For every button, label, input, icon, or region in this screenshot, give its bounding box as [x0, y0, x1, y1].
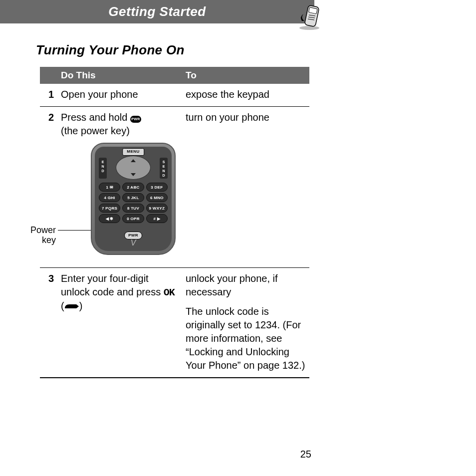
step-to: turn on your phone: [182, 107, 309, 268]
step-do: Press and hold PWR(the power key) Power …: [57, 107, 182, 268]
table-header-row: Do This To: [40, 67, 309, 84]
callout-line1: Power: [30, 225, 56, 235]
step-to-main: unlock your phone, if necessary: [186, 272, 305, 299]
key-star: ◀ ✱: [99, 214, 120, 223]
key-3: 3 DEF: [146, 183, 168, 192]
key-4: 4 GHI: [99, 193, 120, 202]
step-do-text-pre: Press and hold: [61, 112, 130, 123]
header-bar: Getting Started: [0, 0, 314, 23]
key-7: 7 PQRS: [99, 204, 120, 213]
key-8: 8 TUV: [122, 204, 144, 213]
step-do-text-post: ): [79, 300, 83, 311]
table-row: 3 Enter your four-digit unlock code and …: [40, 268, 309, 378]
menu-button-graphic: MENU: [122, 148, 144, 156]
send-key-graphic: SEND: [160, 158, 168, 179]
svg-point-0: [299, 26, 319, 30]
phone-illustration: Power key MENU END SEND 1 ✉ 2 ABC 3 DEF: [31, 143, 178, 262]
step-do-text-pre: Enter your four-digit unlock code and pr…: [61, 273, 164, 297]
step-do-text-post: (the power key): [61, 125, 130, 136]
key-5: 5 JKL: [122, 193, 144, 202]
key-hash: # ▶: [146, 214, 168, 223]
step-do: Enter your four-digit unlock code and pr…: [57, 268, 182, 378]
callout-line2: key: [42, 235, 56, 245]
key-6: 6 MNO: [146, 193, 168, 202]
callout-leader-line: [58, 230, 93, 231]
pwr-key-icon: PWR: [130, 116, 141, 123]
step-do: Open your phone: [57, 84, 182, 107]
phone-brand-mark: V: [95, 238, 172, 248]
header-title: Getting Started: [108, 4, 206, 19]
step-to: unlock your phone, if necessary The unlo…: [182, 268, 309, 378]
step-to: expose the keypad: [182, 84, 309, 107]
header-do-this: Do This: [57, 67, 182, 84]
page-number: 25: [300, 449, 311, 460]
softkey-icon: [64, 299, 79, 313]
power-key-callout: Power key: [27, 226, 56, 245]
key-9: 9 WXYZ: [146, 204, 168, 213]
table-row: 1 Open your phone expose the keypad: [40, 84, 309, 107]
key-0: 0 OPR: [122, 214, 144, 223]
steps-table: Do This To 1 Open your phone expose the …: [40, 67, 309, 378]
key-1: 1 ✉: [99, 183, 120, 192]
keypad-graphic: 1 ✉ 2 ABC 3 DEF 4 GHI 5 JKL 6 MNO 7 PQRS…: [99, 183, 168, 223]
section-title: Turning Your Phone On: [36, 42, 476, 58]
ok-label: OK: [164, 287, 175, 298]
header-to: To: [182, 67, 309, 84]
table-row: 2 Press and hold PWR(the power key) Powe…: [40, 107, 309, 268]
step-number: 1: [40, 84, 57, 107]
nav-pad-graphic: [116, 156, 151, 180]
key-2: 2 ABC: [122, 183, 144, 192]
phone-corner-icon: [294, 2, 324, 32]
step-to-detail: The unlock code is originally set to 123…: [186, 305, 305, 372]
phone-body: MENU END SEND 1 ✉ 2 ABC 3 DEF 4 GHI 5 JK…: [91, 143, 176, 255]
step-number: 3: [40, 268, 57, 378]
end-key-graphic: END: [99, 158, 107, 179]
